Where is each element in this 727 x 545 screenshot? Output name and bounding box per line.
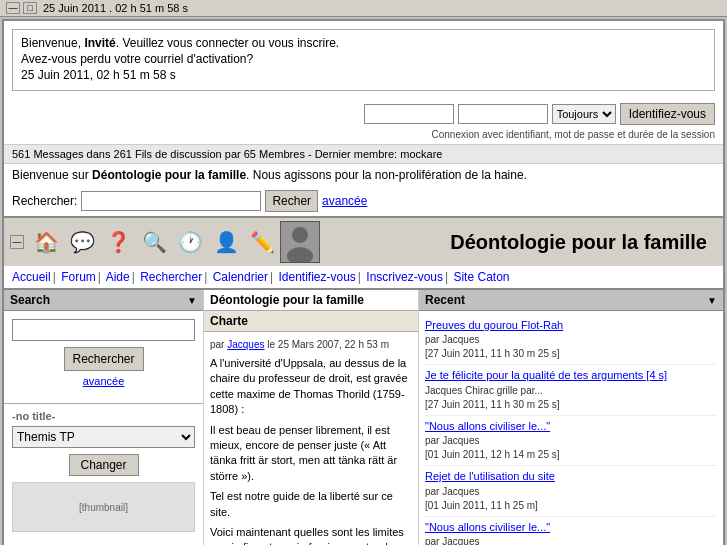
help-icon[interactable]: ❓	[100, 224, 136, 260]
minimize-btn[interactable]: —	[6, 2, 20, 14]
changer-button[interactable]: Changer	[69, 454, 139, 476]
left-panel: Search ▼ Rechercher avancée -no title- T…	[4, 290, 204, 545]
login-hint: Connexion avec identifiant, mot de passe…	[4, 129, 723, 144]
search-nav-icon[interactable]: 🔍	[136, 224, 172, 260]
identify-button[interactable]: Identifiez-vous	[620, 103, 715, 125]
nav-icons-bar: — 🏠 💬 ❓ 🔍 🕐 👤 ✏️ Déontologie pour la fam…	[4, 216, 723, 266]
username-input[interactable]	[364, 104, 454, 124]
welcome-message: Bienvenue sur Déontologie pour la famill…	[4, 164, 723, 186]
nav-site-caton[interactable]: Site Caton	[453, 270, 509, 284]
themis-select[interactable]: Themis TP	[12, 426, 195, 448]
recent-item-link[interactable]: "Nous allons civiliser le..."	[425, 521, 550, 533]
list-item: Rejet de l'utilisation du sitepar Jacque…	[425, 466, 717, 516]
login-row: Toujours Identifiez-vous	[4, 99, 723, 129]
nav-identifiez[interactable]: Identifiez-vous	[278, 270, 355, 284]
search-label-top: Rechercher:	[12, 194, 77, 208]
main-window: Bienvenue, Invité. Veuillez vous connect…	[2, 19, 725, 545]
bottom-section: Search ▼ Rechercher avancée -no title- T…	[4, 290, 723, 545]
welcome-box: Bienvenue, Invité. Veuillez vous connect…	[12, 29, 715, 91]
charte-content: par Jacques le 25 Mars 2007, 22 h 53 m A…	[204, 332, 418, 545]
nav-inscrivez[interactable]: Inscrivez-vous	[366, 270, 443, 284]
recent-item-link[interactable]: "Nous allons civiliser le..."	[425, 420, 550, 432]
top-search-input[interactable]	[81, 191, 261, 211]
charte-para4: Voici maintenant quelles sont les limite…	[210, 525, 412, 545]
welcome-line2: Avez-vous perdu votre courriel d'activat…	[21, 52, 706, 66]
stats-bar: 561 Messages dans 261 Fils de discussion…	[4, 144, 723, 164]
recent-meta: par Jacques[27 Juin 2011, 11 h 30 m 25 s…	[425, 333, 717, 361]
center-panel-header: Déontologie pour la famille	[204, 290, 418, 311]
list-item: Preuves du gourou Flot-Rahpar Jacques[27…	[425, 315, 717, 365]
right-panel: Recent ▼ Preuves du gourou Flot-Rahpar J…	[419, 290, 723, 545]
nav-calendrier[interactable]: Calendrier	[213, 270, 268, 284]
welcome-line3: 25 Juin 2011, 02 h 51 m 58 s	[21, 68, 706, 82]
top-search-button[interactable]: Recher	[265, 190, 318, 212]
charte-para2: Il est beau de penser librement, il est …	[210, 423, 412, 485]
charte-header: Charte	[204, 311, 418, 332]
thumbnail: [thumbnail]	[12, 482, 195, 532]
avatar	[280, 221, 320, 263]
right-panel-header: Recent ▼	[419, 290, 723, 311]
list-item: Je te félicite pour la qualité de tes ar…	[425, 365, 717, 415]
recent-meta: par Jacques[01 Juin 2011, 12 h 14 m 25 s…	[425, 434, 717, 462]
top-search-row: Rechercher: Recher avancée	[4, 186, 723, 216]
members-icon[interactable]: 👤	[208, 224, 244, 260]
left-panel-toggle[interactable]: ▼	[187, 295, 197, 306]
charte-para1: A l'université d'Uppsala, au dessus de l…	[210, 356, 412, 418]
left-advanced-link[interactable]: avancée	[12, 375, 195, 387]
forum-icon[interactable]: 💬	[64, 224, 100, 260]
charte-by: par Jacques le 25 Mars 2007, 22 h 53 m	[210, 338, 412, 352]
center-panel: Déontologie pour la famille Charte par J…	[204, 290, 419, 545]
nav-rechercher[interactable]: Rechercher	[140, 270, 202, 284]
nav-toggle[interactable]: —	[10, 235, 24, 249]
svg-point-1	[292, 227, 308, 243]
top-bar: — □ 25 Juin 2011 . 02 h 51 m 58 s	[0, 0, 727, 17]
no-title-label: -no title-	[12, 410, 195, 422]
timestamp: 25 Juin 2011 . 02 h 51 m 58 s	[43, 2, 188, 14]
nav-forum[interactable]: Forum	[61, 270, 96, 284]
right-content: Preuves du gourou Flot-Rahpar Jacques[27…	[419, 311, 723, 545]
recent-meta: par Jacques[01 Juin 2011, 11 h 25 m]	[425, 485, 717, 513]
left-search-area: Rechercher avancée	[4, 311, 203, 403]
restore-btn[interactable]: □	[23, 2, 37, 14]
duration-select[interactable]: Toujours	[552, 104, 616, 124]
charte-para3: Tel est notre guide de la liberté sur ce…	[210, 489, 412, 520]
recent-item-link[interactable]: Preuves du gourou Flot-Rah	[425, 319, 563, 331]
recent-item-link[interactable]: Rejet de l'utilisation du site	[425, 470, 555, 482]
pencil-icon[interactable]: ✏️	[244, 224, 280, 260]
left-search-input[interactable]	[12, 319, 195, 341]
recent-meta: Jacques Chirac grille par...[27 Juin 201…	[425, 384, 717, 412]
charte-author-link[interactable]: Jacques	[227, 339, 264, 350]
nav-accueil[interactable]: Accueil	[12, 270, 51, 284]
home-icon[interactable]: 🏠	[28, 224, 64, 260]
nav-aide[interactable]: Aide	[106, 270, 130, 284]
password-input[interactable]	[458, 104, 548, 124]
left-search-button[interactable]: Rechercher	[64, 347, 144, 371]
left-panel-header: Search ▼	[4, 290, 203, 311]
recent-item-link[interactable]: Je te félicite pour la qualité de tes ar…	[425, 369, 667, 381]
right-panel-toggle[interactable]: ▼	[707, 295, 717, 306]
no-title-block: -no title- Themis TP Changer [thumbnail]	[4, 403, 203, 538]
nav-links-bar: Accueil| Forum| Aide| Rechercher| Calend…	[4, 266, 723, 290]
window-controls[interactable]: — □	[6, 2, 37, 14]
calendar-icon[interactable]: 🕐	[172, 224, 208, 260]
welcome-line1: Bienvenue, Invité. Veuillez vous connect…	[21, 36, 706, 50]
list-item: "Nous allons civiliser le..."par Jacques…	[425, 416, 717, 466]
top-advanced-link[interactable]: avancée	[322, 194, 367, 208]
recent-meta: par Jacques[01 Juin 2011, 11 h 25 s]	[425, 535, 717, 545]
site-title: Déontologie pour la famille	[450, 231, 717, 254]
list-item: "Nous allons civiliser le..."par Jacques…	[425, 517, 717, 545]
